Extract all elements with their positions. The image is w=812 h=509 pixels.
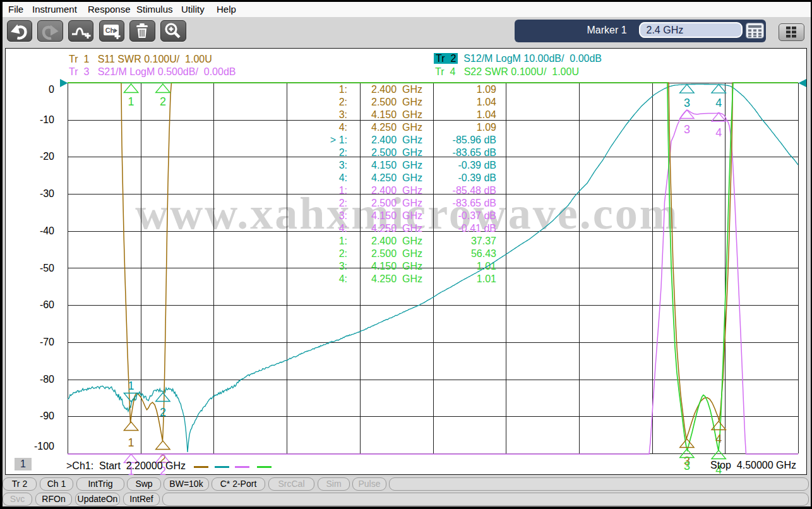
svg-text:3: 3 (684, 97, 690, 109)
svg-text:2: 2 (160, 95, 166, 108)
svg-text:4: 4 (715, 126, 722, 139)
svg-text:3: 3 (684, 123, 690, 136)
svg-text:1: 1 (128, 436, 134, 449)
svg-text:3: 3 (684, 460, 690, 472)
svg-text:1: 1 (128, 380, 134, 392)
svg-text:2: 2 (160, 406, 166, 419)
svg-text:1: 1 (128, 95, 134, 108)
svg-text:4: 4 (715, 433, 722, 445)
svg-text:4: 4 (715, 97, 722, 109)
